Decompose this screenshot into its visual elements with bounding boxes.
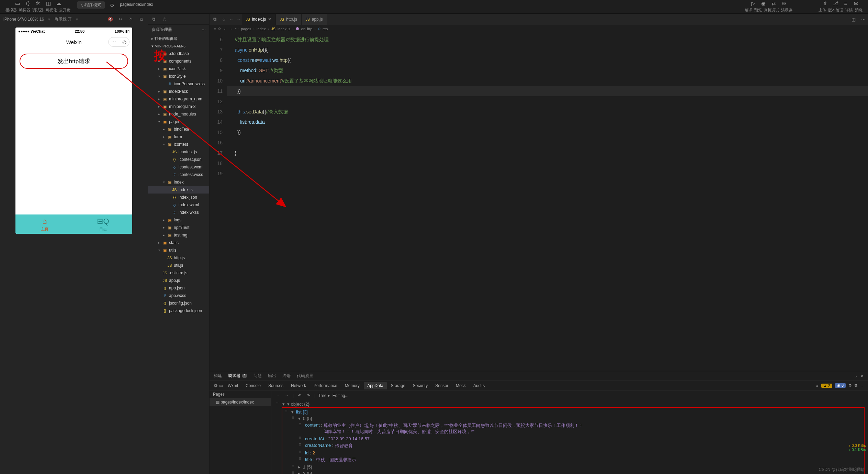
nav-fwd-icon[interactable]: → <box>229 27 233 31</box>
tree-item-utils[interactable]: ▾▣utils <box>148 246 209 254</box>
tb-label[interactable]: 可视化 <box>46 8 57 13</box>
devtools-tab-network[interactable]: Network <box>288 382 309 389</box>
devtools-tab-storage[interactable]: Storage <box>387 382 409 389</box>
more-icon[interactable]: ⋯ <box>235 26 239 31</box>
version-icon[interactable]: ⎇ <box>832 0 839 7</box>
error-badge[interactable]: ◉ 6 <box>835 383 846 388</box>
hotreload-label[interactable]: 热重载 开 <box>54 16 72 22</box>
breadcrumb-item[interactable]: index.js <box>278 27 290 31</box>
tb-label[interactable]: 真机调试 <box>764 8 779 13</box>
fwd-icon[interactable]: → <box>284 393 290 399</box>
breadcrumb-item[interactable]: pages <box>241 27 251 31</box>
device-icon[interactable]: ▭ <box>219 383 223 388</box>
tree-item-util-js[interactable]: JSutil.js <box>148 262 209 269</box>
mute-icon[interactable]: 🔇 <box>107 16 113 22</box>
devtools-tab-performance[interactable]: Performance <box>310 382 341 389</box>
tree-item-indexPack[interactable]: ▸▣indexPack <box>148 88 209 95</box>
redo-icon[interactable]: ↷ <box>305 393 312 399</box>
bookmark-icon[interactable]: ☆ <box>159 14 170 25</box>
tree-item--eslintrc-js[interactable]: JS.eslintrc.js <box>148 269 209 277</box>
mode-select[interactable]: 小程序模式 <box>77 1 105 9</box>
tree-item-testImg[interactable]: ▸▣testImg <box>148 231 209 239</box>
message-icon[interactable]: ✉ <box>853 0 859 7</box>
code-editor[interactable]: 678910111213141516171819 //并且设置了响应拦截器对数据… <box>210 33 868 371</box>
tree-item-index-wxss[interactable]: #index.wxss <box>148 209 209 216</box>
tree-item-node_modules[interactable]: ▸▣node_modules <box>148 110 209 118</box>
tb-label[interactable]: 详情 <box>845 8 853 13</box>
bp-tab-quality[interactable]: 代码质量 <box>297 373 313 379</box>
tree-item-icontest-wxml[interactable]: ◇icontest.wxml <box>148 163 209 171</box>
visual-icon[interactable]: ◫ <box>45 0 52 7</box>
undo-icon[interactable]: ↶ <box>296 393 303 399</box>
tb-label[interactable]: 云开发 <box>59 8 70 13</box>
clear-cache-icon[interactable]: ⊗ <box>781 0 788 7</box>
tree-item-app-js[interactable]: JSapp.js <box>148 277 209 284</box>
compile-icon[interactable]: ⟳ <box>109 2 116 9</box>
tree-item-npmTest[interactable]: ▸▣npmTest <box>148 224 209 231</box>
rotate-icon[interactable]: ↻ <box>128 16 134 22</box>
breadcrumb-item[interactable]: onHttp <box>301 27 312 31</box>
tree-item-index-wxml[interactable]: ◇index.wxml <box>148 201 209 209</box>
breadcrumb[interactable]: ≡ ☆ ← → ⋯ pages› index› JSindex.js› ⬢onH… <box>210 25 868 33</box>
explorer-more-icon[interactable]: ⋯ <box>202 27 206 32</box>
tree-item-app-json[interactable]: {}app.json <box>148 284 209 292</box>
fold-icon[interactable]: ≡ <box>214 27 216 31</box>
inspect-icon[interactable]: ⯐ <box>214 383 218 388</box>
tree-item-package-lock-json[interactable]: {}package-lock.json <box>148 307 209 315</box>
tree-item-iconPack[interactable]: ▸▣iconPack <box>148 65 209 73</box>
editor-tab-index-js[interactable]: JSindex.js✕ <box>242 14 276 25</box>
tb-label[interactable]: 模拟器 <box>5 8 17 13</box>
back-icon[interactable]: ← <box>275 393 281 399</box>
cloud-icon[interactable]: ☁ <box>55 0 62 7</box>
tb-label[interactable]: 预览 <box>754 8 762 13</box>
nav-back-icon[interactable]: ← <box>228 17 235 22</box>
page-item[interactable]: ▤ pages/index/index <box>210 398 271 406</box>
tree-item-index-json[interactable]: {}index.json <box>148 194 209 201</box>
preview-icon[interactable]: ◉ <box>760 0 767 7</box>
tb-label[interactable]: 消息 <box>855 8 863 13</box>
bp-tab-debugger[interactable]: 调试器 2 <box>228 373 247 379</box>
tree-item-pages[interactable]: ▾▣pages <box>148 118 209 125</box>
open-editors-section[interactable]: ▸ 打开的编辑器 <box>148 35 209 43</box>
device-select[interactable]: iPhone 6/7/8 100% 16 <box>3 17 44 22</box>
split-editor-icon[interactable]: ◫ <box>849 17 858 22</box>
tree-item-app-wxss[interactable]: #app.wxss <box>148 292 209 299</box>
devtools-tab-console[interactable]: Console <box>242 382 264 389</box>
editor-more-icon[interactable]: ⋯ <box>858 17 868 22</box>
compile-icon[interactable]: ▷ <box>750 0 757 7</box>
tb-label[interactable]: 清缓存 <box>781 8 792 13</box>
tree-item-logs[interactable]: ▸▣logs <box>148 216 209 224</box>
bookmark-icon[interactable]: ☆ <box>220 17 228 22</box>
devtools-tab-security[interactable]: Security <box>409 382 431 389</box>
nav-back-icon[interactable]: ← <box>223 27 227 31</box>
detail-icon[interactable]: ≡ <box>842 0 849 7</box>
breadcrumb-item[interactable]: res <box>323 27 328 31</box>
editor-tab-http-js[interactable]: JShttp.js <box>276 14 302 25</box>
panel-close-icon[interactable]: ✕ <box>860 374 864 378</box>
settings-icon[interactable]: ⚙ <box>848 383 852 388</box>
devtools-tab-sources[interactable]: Sources <box>265 382 287 389</box>
debugger-icon[interactable]: ✲ <box>35 0 42 7</box>
tree-item-index[interactable]: ▾▣index <box>148 178 209 186</box>
http-request-button[interactable]: 发出http请求 <box>20 54 128 69</box>
tb-label[interactable]: 版本管理 <box>828 8 843 13</box>
tree-item-index-js[interactable]: JSindex.js <box>148 186 209 194</box>
nav-fwd-icon[interactable]: → <box>235 17 242 22</box>
capsule-menu-icon[interactable]: ⋯ <box>109 37 119 46</box>
screenshot-icon[interactable]: ✂ <box>117 16 124 22</box>
tree-item-bindTest[interactable]: ▸▣bindTest <box>148 125 209 133</box>
upload-icon[interactable]: ⇧ <box>822 0 828 7</box>
bookmark-icon[interactable]: ☆ <box>218 26 221 31</box>
panel-collapse-icon[interactable]: ⌵ <box>855 374 857 378</box>
tree-item-http-js[interactable]: JShttp.js <box>148 254 209 262</box>
tab-home[interactable]: ⌂ 主页 <box>15 214 74 234</box>
breadcrumb-item[interactable]: index <box>257 27 266 31</box>
item-0[interactable]: 0 {5} <box>303 416 312 421</box>
tree-item-miniprogram-3[interactable]: ▸▣miniprogram-3 <box>148 103 209 110</box>
bp-tab-output[interactable]: 输出 <box>268 373 276 379</box>
item-1[interactable]: 1 {5} <box>303 464 312 470</box>
tb-label[interactable]: 上传 <box>819 8 826 13</box>
tree-item-icontest-json[interactable]: {}icontest.json <box>148 156 209 163</box>
tree-item-iconStyle[interactable]: ▾▣iconStyle <box>148 73 209 80</box>
bp-tab-terminal[interactable]: 终端 <box>282 373 291 379</box>
